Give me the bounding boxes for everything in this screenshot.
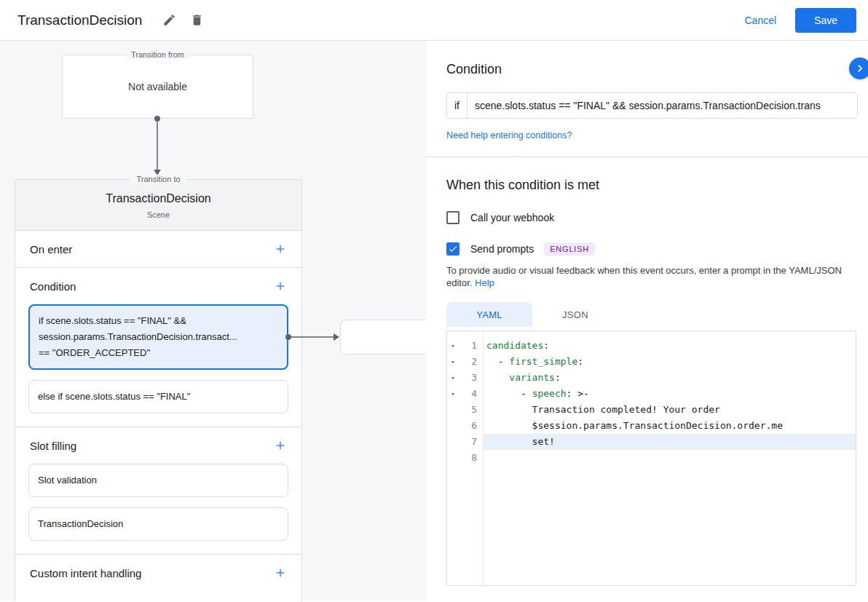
scene-card-header[interactable]: TransactionDecision Scene: [15, 180, 301, 231]
add-on-enter-button[interactable]: [274, 242, 287, 256]
code-segment: -: [486, 356, 509, 367]
code-segment: :: [555, 372, 561, 383]
code-segment: [486, 372, 509, 383]
section-custom-intent: Custom intent handling: [15, 555, 301, 591]
connector-line: [157, 121, 158, 170]
code-segment: speech: [532, 388, 567, 399]
code-line[interactable]: - first_simple:: [483, 354, 856, 370]
app-window: TransactionDecision Cancel Save Transiti…: [0, 0, 868, 602]
send-prompts-checkbox[interactable]: [446, 242, 459, 256]
code-line[interactable]: Transaction completed! Your order: [483, 402, 856, 418]
condition-item-else[interactable]: else if scene.slots.status == "FINAL": [28, 380, 288, 413]
code-line[interactable]: - speech: >-: [483, 386, 856, 402]
plus-icon: [274, 280, 287, 293]
tab-json[interactable]: JSON: [532, 302, 618, 327]
code-segment: :: [543, 340, 549, 351]
webhook-checkbox[interactable]: [446, 211, 459, 224]
scene-subtitle: Scene: [27, 210, 290, 219]
prompts-description-text: To provide audio or visual feedback when…: [446, 265, 842, 288]
add-custom-intent-button[interactable]: [274, 566, 287, 579]
connector-arrowhead-icon: [334, 333, 339, 341]
page-title: TransactionDecision: [17, 12, 142, 28]
line-number: 2: [459, 354, 483, 370]
condition-item-selected[interactable]: if scene.slots.status == "FINAL" && sess…: [28, 304, 288, 370]
panel-title: Condition: [446, 41, 858, 77]
connector-line: [291, 336, 334, 338]
editor-line[interactable]: 8: [447, 450, 856, 466]
condition-text-line: == "ORDER_ACCEPTED": [39, 345, 278, 361]
section-condition: Condition: [15, 268, 301, 304]
code-segment: candidates: [486, 340, 543, 351]
plus-icon: [274, 566, 287, 579]
fold-gutter: [447, 402, 459, 418]
transition-from-label: Transition from: [125, 50, 190, 59]
line-number: 4: [459, 386, 483, 402]
code-segment: first_simple: [509, 356, 577, 367]
prompts-description: To provide audio or visual feedback when…: [446, 264, 854, 289]
plus-icon: [274, 439, 287, 452]
editor-line[interactable]: ▾ 1 candidates:: [447, 338, 856, 354]
section-slot-filling: Slot filling: [15, 427, 301, 464]
slot-item-validation[interactable]: Slot validation: [28, 464, 288, 497]
connector-dot: [285, 334, 291, 340]
fold-gutter: [447, 434, 459, 450]
code-segment: $session.params.TransactionDecision.orde…: [486, 420, 783, 431]
fold-arrow-icon[interactable]: ▾: [447, 370, 459, 386]
scene-card: Transition to TransactionDecision Scene …: [15, 179, 302, 601]
editor-line-highlighted[interactable]: 7 set!: [447, 434, 856, 450]
chevron-right-icon: [853, 61, 867, 76]
add-condition-button[interactable]: [274, 280, 287, 293]
if-label: if: [447, 93, 467, 118]
transition-target-box[interactable]: [340, 320, 426, 355]
code-line[interactable]: set!: [483, 434, 856, 450]
webhook-label: Call your webhook: [470, 212, 554, 223]
code-line[interactable]: [483, 450, 856, 466]
tab-yaml[interactable]: YAML: [446, 302, 532, 327]
send-prompts-row: Send prompts ENGLISH: [446, 242, 858, 256]
webhook-row: Call your webhook: [446, 211, 858, 224]
line-number: 5: [459, 402, 483, 418]
condition-expression-input[interactable]: [467, 93, 857, 118]
scene-title: TransactionDecision: [27, 192, 290, 205]
checkmark-icon: [448, 244, 458, 254]
fold-arrow-icon[interactable]: ▾: [447, 386, 459, 402]
add-slot-button[interactable]: [274, 439, 287, 452]
transition-from-text: Not available: [63, 55, 253, 118]
editor-line[interactable]: 5 Transaction completed! Your order: [447, 402, 856, 418]
slot-item-transaction-decision[interactable]: TransactionDecision: [28, 507, 288, 541]
transition-from-box[interactable]: Transition from Not available: [62, 55, 253, 119]
code-line[interactable]: candidates:: [483, 338, 856, 354]
when-met-heading: When this condition is met: [446, 178, 858, 193]
send-prompts-label: Send prompts: [470, 243, 534, 255]
condition-help-link[interactable]: Need help entering conditions?: [446, 130, 572, 140]
custom-intent-label: Custom intent handling: [30, 567, 141, 579]
code-segment: set!: [486, 436, 555, 447]
pencil-icon: [162, 13, 176, 27]
cancel-button[interactable]: Cancel: [735, 9, 785, 32]
fold-gutter: [447, 418, 459, 434]
delete-scene-button[interactable]: [183, 7, 210, 34]
collapse-panel-button[interactable]: [849, 58, 868, 79]
editor-line[interactable]: ▾ 4 - speech: >-: [447, 386, 856, 402]
code-segment: Transaction completed! Your order: [486, 404, 720, 415]
condition-section-label: Condition: [30, 280, 76, 293]
edit-scene-button[interactable]: [155, 7, 183, 34]
fold-arrow-icon[interactable]: ▾: [447, 354, 459, 370]
language-badge: ENGLISH: [544, 242, 595, 256]
scene-canvas[interactable]: Transition from Not available Transition…: [0, 41, 426, 601]
editor-line[interactable]: ▾ 2 - first_simple:: [447, 354, 856, 370]
code-line[interactable]: variants:: [483, 370, 856, 386]
save-button[interactable]: Save: [795, 8, 856, 33]
condition-text-line: if scene.slots.status == "FINAL" &&: [39, 313, 278, 329]
help-link[interactable]: Help: [475, 277, 494, 288]
condition-expression-row: if: [446, 92, 858, 119]
line-number: 1: [459, 338, 483, 354]
fold-arrow-icon[interactable]: ▾: [447, 338, 459, 354]
code-line[interactable]: $session.params.TransactionDecision.orde…: [483, 418, 856, 434]
code-segment: :: [577, 356, 583, 367]
yaml-editor[interactable]: ▾ 1 candidates: ▾ 2 - first_simple: ▾ 3 …: [446, 330, 856, 586]
fold-gutter: [447, 450, 459, 466]
editor-line[interactable]: ▾ 3 variants:: [447, 370, 856, 386]
code-segment: variants: [509, 372, 555, 383]
editor-line[interactable]: 6 $session.params.TransactionDecision.or…: [447, 418, 856, 434]
